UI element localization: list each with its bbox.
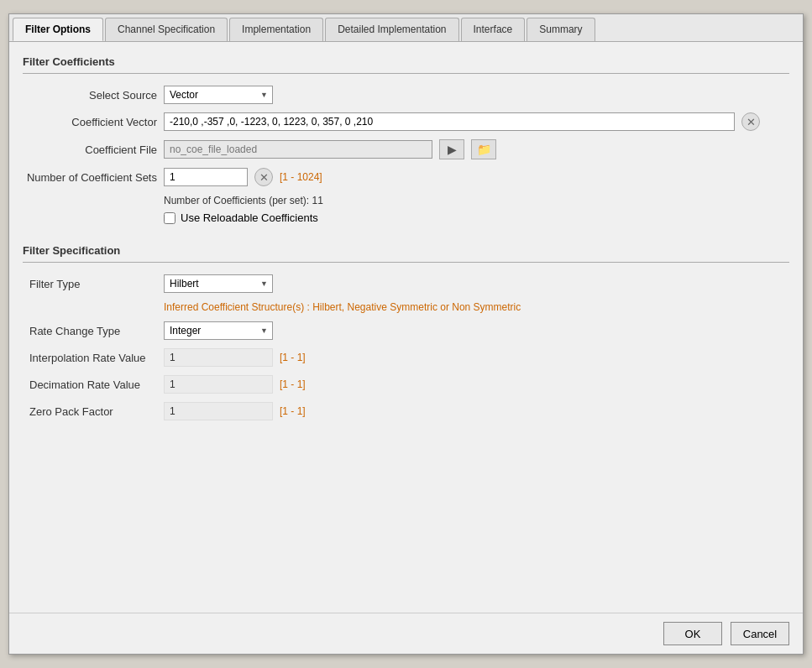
num-coeffs-info: Number of Coefficients (per set): 11: [23, 195, 789, 206]
interpolation-rate-row: Interpolation Rate Value [1 - 1]: [23, 348, 789, 367]
num-coeff-sets-range: [1 - 1024]: [280, 171, 322, 183]
interpolation-rate-range: [1 - 1]: [280, 352, 306, 363]
select-source-wrapper: Vector File: [164, 86, 273, 104]
zero-pack-factor-input[interactable]: [164, 402, 273, 420]
num-coeff-sets-label: Number of Coefficient Sets: [23, 171, 157, 184]
clear-icon: ✕: [747, 116, 756, 128]
interpolation-rate-input[interactable]: [164, 348, 273, 367]
filter-coefficients-section: Filter Coefficients Select Source Vector…: [23, 55, 789, 224]
rate-change-type-wrapper: Integer Fractional: [164, 321, 273, 340]
filter-type-row: Filter Type Hilbert Low pass High pass B…: [23, 274, 789, 293]
coefficient-file-row: Coefficient File ▶ 📁: [23, 139, 789, 159]
tab-channel-specification[interactable]: Channel Specification: [105, 18, 228, 41]
num-coeff-sets-input[interactable]: [164, 168, 248, 186]
rate-change-type-label: Rate Change Type: [23, 325, 157, 337]
use-reloadable-row: Use Reloadable Coefficients: [23, 211, 789, 224]
use-reloadable-checkbox[interactable]: [164, 212, 175, 224]
num-coeff-sets-clear-button[interactable]: ✕: [254, 168, 273, 186]
rate-change-type-row: Rate Change Type Integer Fractional: [23, 321, 789, 340]
filter-type-dropdown[interactable]: Hilbert Low pass High pass Band pass: [164, 274, 273, 293]
interpolation-rate-label: Interpolation Rate Value: [23, 352, 157, 364]
tab-implementation[interactable]: Implementation: [229, 18, 323, 41]
filter-type-wrapper: Hilbert Low pass High pass Band pass: [164, 274, 273, 293]
cancel-button[interactable]: Cancel: [731, 622, 789, 645]
zero-pack-factor-label: Zero Pack Factor: [23, 405, 157, 418]
coefficient-file-label: Coefficient File: [23, 144, 157, 156]
coefficient-vector-input[interactable]: [164, 112, 735, 131]
use-reloadable-label: Use Reloadable Coefficients: [181, 211, 318, 224]
zero-pack-factor-range: [1 - 1]: [280, 405, 306, 417]
coefficient-vector-row: Coefficient Vector ✕: [23, 112, 789, 131]
ok-button[interactable]: OK: [663, 622, 722, 645]
coefficient-file-input[interactable]: [164, 140, 432, 159]
main-window: Filter Options Channel Specification Imp…: [8, 13, 804, 655]
file-browse-icon: 📁: [477, 143, 491, 156]
tab-summary[interactable]: Summary: [526, 18, 595, 41]
file-load-button[interactable]: ▶: [439, 139, 464, 159]
decimation-rate-row: Decimation Rate Value [1 - 1]: [23, 375, 789, 394]
footer: OK Cancel: [9, 613, 803, 654]
tab-interface[interactable]: Interface: [461, 18, 526, 41]
file-browse-button[interactable]: 📁: [471, 139, 496, 159]
num-coeff-sets-row: Number of Coefficient Sets ✕ [1 - 1024]: [23, 168, 789, 186]
zero-pack-factor-row: Zero Pack Factor [1 - 1]: [23, 402, 789, 420]
filter-specification-section: Filter Specification Filter Type Hilbert…: [23, 244, 789, 420]
coefficient-vector-clear-button[interactable]: ✕: [741, 112, 760, 131]
rate-change-type-dropdown[interactable]: Integer Fractional: [164, 321, 273, 340]
inferred-coefficient-text: Inferred Coefficient Structure(s) : Hilb…: [23, 301, 789, 313]
filter-type-label: Filter Type: [23, 278, 157, 290]
num-coeff-sets-clear-icon: ✕: [259, 171, 269, 184]
decimation-rate-input[interactable]: [164, 375, 273, 394]
tab-bar: Filter Options Channel Specification Imp…: [9, 14, 803, 42]
tab-filter-options[interactable]: Filter Options: [13, 18, 103, 41]
filter-coefficients-heading: Filter Coefficients: [23, 55, 789, 74]
decimation-rate-label: Decimation Rate Value: [23, 378, 157, 391]
select-source-row: Select Source Vector File: [23, 86, 789, 104]
select-source-label: Select Source: [23, 89, 157, 102]
num-coeffs-value: 11: [312, 195, 323, 206]
main-content: Filter Coefficients Select Source Vector…: [9, 42, 803, 613]
select-source-dropdown[interactable]: Vector File: [164, 86, 273, 104]
decimation-rate-range: [1 - 1]: [280, 378, 306, 390]
filter-specification-heading: Filter Specification: [23, 244, 789, 263]
file-load-icon: ▶: [448, 143, 457, 156]
tab-detailed-implementation[interactable]: Detailed Implementation: [325, 18, 458, 41]
coefficient-vector-label: Coefficient Vector: [23, 116, 157, 128]
